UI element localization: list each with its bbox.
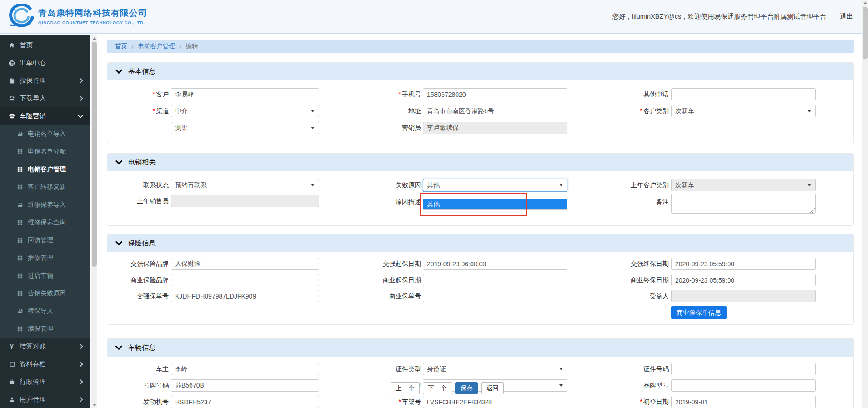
jq-policy-input[interactable] (171, 290, 319, 302)
chevron-right-icon (78, 397, 83, 402)
telesales-header[interactable]: 电销相关 (107, 154, 853, 171)
jq-start-input[interactable] (423, 258, 567, 270)
sidebar-item-telesales-list-assign[interactable]: 电销名单分配 (0, 143, 90, 160)
sidebar-item-archive[interactable]: 资料存档 (0, 355, 90, 373)
sidebar-item-user-mgmt[interactable]: 用户管理 (0, 391, 90, 408)
engine-no-input[interactable] (171, 396, 319, 408)
jq-brand-input[interactable] (171, 258, 319, 270)
phone-input[interactable] (423, 88, 567, 100)
sidebar-item-settlement[interactable]: ¥ 结算对账 (0, 338, 90, 355)
previous-button[interactable]: 上一个 (391, 382, 420, 394)
grid-icon (16, 166, 24, 173)
sidebar-item-customer-transfer[interactable]: 客户转移复新 (0, 178, 90, 196)
sidebar-item-label: 行政管理 (20, 378, 46, 386)
home-icon (8, 42, 15, 49)
remark-textarea[interactable] (671, 194, 816, 214)
last-year-sales-label: 上年销售员 (110, 195, 169, 207)
dropdown-caret-icon (311, 127, 315, 129)
plate-label: 号牌号码 (110, 379, 169, 392)
dropdown-caret-icon (311, 184, 315, 186)
business-policy-info-button[interactable]: 商业险保单信息 (671, 306, 727, 319)
cert-type-select[interactable]: 身份证 (423, 363, 567, 375)
sy-brand-input[interactable] (171, 274, 319, 286)
sy-end-label: 商业终保日期 (603, 274, 669, 286)
first-reg-input[interactable] (671, 396, 816, 408)
sidebar-item-vehicle-insurance-marketing[interactable]: 车险营销 (0, 107, 90, 125)
sidebar-item-repair-referral-mgmt[interactable]: 推修管理 (0, 249, 90, 267)
owner-input[interactable] (171, 363, 319, 375)
content-left-scrollbar[interactable] (91, 35, 97, 408)
breadcrumb-home[interactable]: 首页 (115, 42, 127, 50)
grid-icon (16, 290, 24, 297)
sidebar-item-label: 结算对账 (20, 342, 46, 351)
back-button[interactable]: 返回 (481, 382, 504, 394)
breadcrumb-separator: / (132, 43, 134, 50)
logout-link[interactable]: 退出 (840, 12, 853, 21)
scroll-down-arrow-icon[interactable] (91, 402, 97, 408)
sidebar-item-label: 营销失败原因 (28, 289, 66, 298)
sy-start-input[interactable] (423, 274, 567, 286)
sidebar-item-instore-vehicles[interactable]: 进店车辆 (0, 267, 90, 284)
top-header: 青岛康特网络科技有限公司 QINGDAO COUNTNET TECHNOLOGY… (0, 0, 868, 34)
resize-grip-icon[interactable] (810, 208, 815, 213)
basic-info-header[interactable]: 基本信息 (107, 63, 853, 80)
grid-icon (16, 255, 24, 261)
save-button[interactable]: 保存 (455, 382, 478, 394)
contact-status-select[interactable]: 预约再联系 (171, 179, 319, 191)
beneficiary-label: 受益人 (603, 290, 669, 302)
header-separator: | (832, 13, 834, 20)
user-icon (8, 397, 15, 403)
yen-icon: ¥ (8, 343, 15, 350)
jq-brand-label: 交强保险品牌 (110, 258, 169, 270)
vehicle-header[interactable]: 车辆信息 (107, 339, 853, 357)
sidebar-item-maintenance-import[interactable]: 维修保养导入 (0, 196, 90, 214)
channel-label: *渠道 (110, 105, 169, 117)
customer-type-select[interactable]: 次新车 (671, 105, 816, 117)
dropdown-caret-icon (559, 384, 563, 387)
sidebar-item-renewal-mgmt[interactable]: 续保管理 (0, 320, 90, 338)
sidebar-item-telesales-list-import[interactable]: 电销名单导入 (0, 125, 90, 143)
engine-no-label: 发动机号 (110, 396, 169, 408)
sy-policy-input[interactable] (423, 290, 567, 302)
jq-end-input[interactable] (671, 258, 816, 270)
sidebar-item-order-center[interactable]: 出单中心 (0, 54, 90, 72)
cert-no-input[interactable] (671, 363, 816, 375)
sidebar-item-maintenance-query[interactable]: 维修保养查询 (0, 214, 90, 231)
insurance-panel: 保险信息 交强保险品牌 交强起保日期 交强终保日期 商业保险品牌 商业起保日期 … (107, 234, 854, 325)
sy-end-input[interactable] (671, 274, 816, 286)
sidebar-item-callback-mgmt[interactable]: 回访管理 (0, 231, 90, 249)
channel-select[interactable]: 中介 (171, 105, 319, 117)
sidebar-item-label: 维修保养查询 (28, 219, 66, 227)
scroll-up-arrow-icon[interactable] (862, 0, 868, 6)
other-phone-input[interactable] (671, 88, 816, 100)
sidebar-item-policy-mgmt[interactable]: 投保管理 (0, 72, 90, 90)
sidebar-item-renewal-import[interactable]: 续保导入 (0, 302, 90, 320)
sidebar-item-marketing-fail-reason[interactable]: 营销失败原因 (0, 284, 90, 302)
customer-input[interactable] (171, 88, 319, 100)
sy-start-label: 商业起保日期 (353, 274, 421, 286)
app-window: 青岛康特网络科技有限公司 QINGDAO COUNTNET TECHNOLOGY… (0, 0, 868, 408)
next-button[interactable]: 下一个 (423, 382, 452, 394)
sidebar-item-telesales-customer-mgmt[interactable]: 电销客户管理 (0, 160, 90, 178)
brand-model-input[interactable] (671, 379, 816, 392)
scrollbar-thumb[interactable] (92, 42, 97, 267)
scroll-up-arrow-icon[interactable] (91, 35, 97, 41)
sidebar-item-download-import[interactable]: 下载导入 (0, 90, 90, 107)
insurance-header[interactable]: 保险信息 (107, 234, 853, 252)
collapse-chevron-icon (115, 343, 123, 350)
breadcrumb-section[interactable]: 电销客户管理 (138, 42, 175, 50)
sidebar-item-label: 进店车辆 (28, 272, 53, 280)
vin-input[interactable] (423, 396, 567, 408)
address-input[interactable] (423, 105, 567, 117)
sidebar-item-home[interactable]: 首页 (0, 36, 90, 54)
form-action-bar: 上一个 下一个 保存 返回 (391, 382, 504, 394)
sidebar-item-label: 用户管理 (20, 395, 46, 404)
breadcrumb: 首页 / 电销客户管理 / 编辑 (107, 40, 854, 53)
company-logo: 青岛康特网络科技有限公司 QINGDAO COUNTNET TECHNOLOGY… (7, 4, 147, 29)
scrollbar-thumb[interactable] (863, 7, 868, 59)
window-right-scrollbar[interactable] (862, 0, 868, 408)
plate-input[interactable] (171, 379, 319, 392)
sub-channel-select[interactable]: 测渠 (171, 122, 319, 134)
fail-reason-select[interactable]: 其他 (423, 179, 567, 191)
sidebar-item-admin-mgmt[interactable]: 行政管理 (0, 373, 90, 391)
